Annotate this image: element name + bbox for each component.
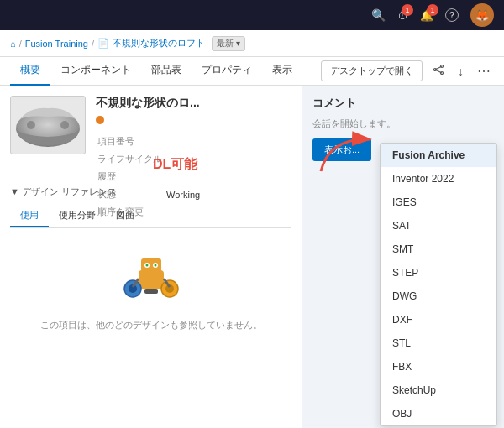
- tab-bom[interactable]: 部品表: [141, 56, 192, 86]
- robot-image: [109, 245, 193, 312]
- show-button[interactable]: 表示お...: [312, 138, 371, 161]
- bell-count: 1: [427, 4, 438, 16]
- dropdown-item-smt[interactable]: SMT: [381, 237, 496, 261]
- dropdown-item-inventor2022[interactable]: Inventor 2022: [381, 167, 496, 191]
- sub-tab-use-area[interactable]: 使用分野: [49, 205, 106, 227]
- clock-count: 1: [402, 4, 413, 16]
- dropdown-menu: Fusion Archive Inventor 2022 IGES SAT SM…: [380, 143, 497, 426]
- clock-badge[interactable]: ⏱ 1: [397, 9, 408, 22]
- svg-line-4: [435, 70, 442, 73]
- dropdown-item-dwg[interactable]: DWG: [381, 284, 496, 308]
- svg-point-6: [27, 121, 35, 129]
- svg-point-7: [60, 121, 69, 129]
- help-icon[interactable]: ?: [445, 8, 459, 22]
- svg-rect-9: [141, 258, 161, 272]
- dl-badge: DL可能: [153, 156, 291, 174]
- table-row: 項目番号: [97, 133, 290, 149]
- tab-view[interactable]: 表示: [262, 56, 302, 86]
- design-ref-content: この項目は、他のどのデザインも参照していません。: [10, 237, 291, 340]
- part-image: [11, 97, 85, 154]
- svg-line-3: [435, 66, 442, 70]
- dropdown-item-obj[interactable]: OBJ: [381, 402, 496, 425]
- dropdown-item-fusion-archive[interactable]: Fusion Archive: [381, 144, 496, 167]
- dropdown-item-dxf[interactable]: DXF: [381, 308, 496, 331]
- dropdown-item-iges[interactable]: IGES: [381, 191, 496, 214]
- search-icon[interactable]: 🔍: [371, 8, 386, 22]
- tab-overview[interactable]: 概要: [10, 56, 50, 86]
- breadcrumb-item-name[interactable]: 不規則な形状のロフト: [113, 37, 205, 50]
- avatar[interactable]: 🦊: [470, 3, 494, 27]
- dropdown-item-stl[interactable]: STL: [381, 331, 496, 355]
- tab-property[interactable]: プロパティ: [192, 56, 262, 86]
- open-desktop-button[interactable]: デスクトップで開く: [321, 60, 423, 81]
- svg-rect-20: [144, 289, 158, 294]
- svg-rect-8: [139, 270, 164, 289]
- start-conversation: 会話を開始します。: [312, 117, 494, 130]
- left-panel: 不規則な形状のロ... 項目番号 ライフサイクル 履歴: [0, 86, 302, 428]
- no-ref-text: この項目は、他のどのデザインも参照していません。: [40, 319, 262, 331]
- item-title: 不規則な形状のロ...: [96, 96, 291, 111]
- breadcrumb-fusion-training[interactable]: Fusion Training: [25, 39, 88, 49]
- dropdown-item-sat[interactable]: SAT: [381, 214, 496, 237]
- dropdown-item-sketchup[interactable]: SketchUp: [381, 378, 496, 402]
- download-button[interactable]: ↓: [454, 63, 467, 80]
- share-button[interactable]: [429, 62, 448, 80]
- dropdown-item-fbx[interactable]: FBX: [381, 355, 496, 378]
- file-icon: 📄: [97, 38, 109, 49]
- breadcrumb: ⌂ / Fusion Training / 📄 不規則な形状のロフト 最新 ▾: [0, 30, 504, 57]
- version-badge[interactable]: 最新 ▾: [212, 36, 245, 51]
- share-icon: [433, 64, 444, 76]
- tab-component[interactable]: コンポーネント: [50, 56, 141, 86]
- more-button[interactable]: ⋯: [474, 61, 494, 81]
- status-dot: [96, 116, 104, 124]
- top-bar: 🔍 ⏱ 1 🔔 1 ? 🦊: [0, 0, 504, 30]
- tab-actions: デスクトップで開く ↓ ⋯: [321, 60, 494, 81]
- dropdown-item-step[interactable]: STEP: [381, 261, 496, 284]
- home-icon[interactable]: ⌂: [10, 39, 16, 49]
- svg-point-12: [145, 264, 148, 267]
- item-thumbnail: [10, 96, 86, 154]
- main-content: 不規則な形状のロ... 項目番号 ライフサイクル 履歴: [0, 86, 504, 428]
- sub-tab-used[interactable]: 使用: [10, 205, 49, 227]
- table-row: 状態 Working: [97, 186, 290, 202]
- tab-bar: 概要 コンポーネント 部品表 プロパティ 表示 デスクトップで開く ↓ ⋯: [0, 57, 504, 86]
- comments-title: コメント: [312, 96, 494, 111]
- svg-point-13: [154, 264, 156, 267]
- sub-tab-drawing[interactable]: 図面: [106, 205, 144, 227]
- bell-badge[interactable]: 🔔 1: [420, 9, 433, 22]
